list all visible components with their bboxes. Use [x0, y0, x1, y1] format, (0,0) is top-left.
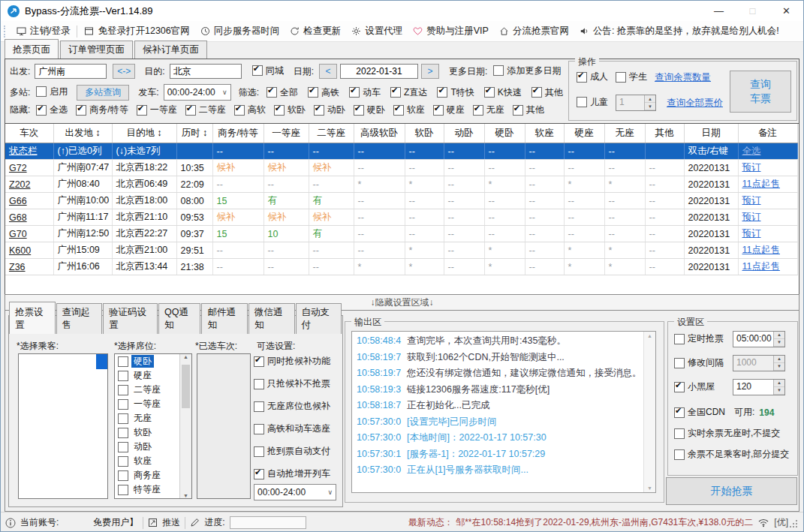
train-row[interactable]: G72广州南07:47北京西18:2210:35候补候补候补----------… [5, 160, 797, 176]
filter-checkbox-6[interactable]: 其他 [531, 86, 563, 99]
depart-time-select[interactable]: 00:00-24:00∨ [164, 84, 231, 101]
date-input[interactable] [340, 64, 418, 79]
hide-checkbox-2[interactable]: 一等座 [137, 104, 177, 116]
output-log[interactable]: 10:58:48:4查询完毕，本次查询共用时:435毫秒。10:58:19:7获… [351, 331, 656, 493]
grab-tab-0[interactable]: 抢票设置 [9, 302, 56, 334]
child-count-spinner[interactable]: 1▲▼ [616, 95, 656, 111]
output-scrollbar[interactable]: ▲ ▼ [643, 332, 655, 492]
toolbar-item-1[interactable]: 免登录打开12306官网 [84, 25, 189, 38]
close-button[interactable]: ✕ [769, 1, 803, 21]
hide-checkbox-0[interactable]: 全选 [36, 104, 68, 116]
passenger-scrollbar-thumb[interactable] [96, 354, 107, 369]
grab-tab-6[interactable]: 自动支付 [296, 303, 342, 334]
train-row[interactable]: Z36广州16:06北京西13:4421:38------**--*--**--… [5, 259, 797, 275]
swap-stations-button[interactable]: <-> [113, 64, 135, 79]
train-link[interactable]: G66 [9, 196, 27, 206]
toolbar-item-3[interactable]: 检查更新 [290, 25, 341, 38]
grab-tab-3[interactable]: QQ通知 [158, 303, 200, 334]
passenger-listbox[interactable] [18, 353, 108, 499]
train-row[interactable]: Z202广州08:40北京西06:4922:09------**--*--**-… [5, 176, 797, 193]
hide-checkbox-5[interactable]: 软卧 [274, 104, 306, 116]
child-checkbox[interactable]: 儿童 [577, 96, 608, 109]
filter-checkbox-3[interactable]: Z直达 [390, 86, 427, 99]
note-link[interactable]: 11点起售 [742, 245, 780, 255]
spin-up-icon[interactable]: ▲ [774, 380, 784, 387]
hide-checkbox-7[interactable]: 硬卧 [354, 104, 385, 116]
dest-input[interactable] [170, 64, 242, 79]
column-header-15[interactable]: 日期 [684, 124, 738, 143]
filter-checkbox-5[interactable]: K快速 [484, 86, 522, 99]
seat-option-6[interactable]: 动卧 [115, 440, 180, 454]
toolbar-item-5[interactable]: 赞助与注册VIP [413, 25, 489, 38]
page-tab-0[interactable]: 抢票页面 [5, 39, 59, 59]
column-header-16[interactable]: 备注 [738, 124, 797, 143]
hide-checkbox-9[interactable]: 硬座 [433, 104, 465, 116]
multi-station-query-button[interactable]: 多站查询 [77, 85, 129, 101]
multi-station-enable-checkbox[interactable]: 启用 [36, 86, 68, 98]
train-row[interactable]: G66广州南10:00北京西18:0008:0015有有------------… [5, 193, 797, 209]
column-header-2[interactable]: 目的地 ↕ [112, 124, 176, 143]
column-header-6[interactable]: 二等座 [309, 124, 354, 143]
column-header-8[interactable]: 软卧 [405, 124, 444, 143]
hide-checkbox-6[interactable]: 动卧 [314, 104, 345, 116]
train-row[interactable]: G70广州南12:50北京西22:2709:371510有-----------… [5, 226, 797, 242]
grab-tab-5[interactable]: 微信通知 [248, 303, 295, 334]
column-header-0[interactable]: 车次 [5, 124, 53, 143]
hide-checkbox-3[interactable]: 二等座 [185, 104, 226, 116]
maximize-button[interactable]: □ [736, 1, 769, 21]
grab-option-checkbox-4[interactable]: 抢到票自动支付 [254, 445, 330, 458]
toolbar-item-4[interactable]: 设置代理 [351, 25, 402, 38]
setting-checkbox-0[interactable]: 定时抢票 [674, 332, 724, 345]
column-header-4[interactable]: 商务/特等 [212, 124, 263, 143]
column-header-7[interactable]: 高级软卧 [354, 124, 405, 143]
spin-up-icon[interactable]: ▲ [645, 95, 655, 103]
scroll-up-icon[interactable]: ▲ [647, 333, 652, 338]
page-tab-1[interactable]: 订单管理页面 [60, 41, 133, 59]
train-link[interactable]: K600 [9, 245, 31, 256]
column-header-12[interactable]: 硬座 [564, 124, 604, 143]
grab-option-checkbox-3[interactable]: 高铁和动车选座 [254, 422, 330, 435]
toolbar-item-2[interactable]: 同步服务器时间 [200, 25, 280, 38]
selected-trains-box[interactable] [197, 353, 251, 499]
resize-grip[interactable] [796, 526, 797, 527]
minimize-button[interactable]: — [702, 1, 736, 21]
filter-checkbox-1[interactable]: 高铁 [308, 86, 339, 99]
adult-checkbox[interactable]: 成人 [577, 71, 608, 83]
grab-option-checkbox-5[interactable]: 自动抢增开列车 [254, 467, 330, 480]
note-link[interactable]: 全选 [742, 146, 761, 156]
seat-option-9[interactable]: 特等座 [115, 482, 180, 497]
spin-up-icon[interactable]: ▲ [774, 332, 784, 339]
scroll-down-icon[interactable]: ▼ [647, 485, 652, 491]
column-header-1[interactable]: 出发地 ↕ [53, 124, 112, 143]
setting-checkbox-3[interactable]: 全国CDN [674, 406, 725, 419]
setting-spinner-1[interactable]: 1000▲▼ [733, 355, 785, 371]
push-label[interactable]: 推送 [162, 516, 180, 529]
filter-checkbox-2[interactable]: 动车 [349, 86, 381, 99]
train-link[interactable]: Z202 [9, 179, 31, 190]
train-link[interactable]: G72 [9, 163, 27, 173]
grab-tab-2[interactable]: 验证码设置 [103, 303, 158, 334]
seat-option-5[interactable]: 软卧 [115, 425, 180, 440]
depart-input[interactable] [35, 64, 107, 79]
query-price-link[interactable]: 查询全部票价 [667, 97, 723, 110]
spin-down-icon[interactable]: ▼ [774, 387, 784, 395]
column-header-3[interactable]: 历时 ↕ [176, 124, 212, 143]
start-grab-button[interactable]: 开始抢票 [666, 477, 797, 505]
note-link[interactable]: 11点起售 [742, 179, 780, 189]
hide-checkbox-4[interactable]: 高软 [234, 104, 266, 116]
note-link[interactable]: 预订 [742, 228, 761, 239]
column-header-5[interactable]: 一等座 [263, 124, 309, 143]
note-link[interactable]: 11点起售 [742, 261, 780, 272]
train-link[interactable]: G70 [9, 229, 27, 239]
train-link[interactable]: G68 [9, 212, 27, 223]
seat-option-3[interactable]: 一等座 [115, 397, 180, 411]
add-more-dates-checkbox[interactable]: 添加更多日期 [493, 65, 561, 77]
hide-checkbox-11[interactable]: 其他 [513, 104, 544, 116]
setting-checkbox-4[interactable]: 实时余票无座时,不提交 [674, 427, 780, 440]
grab-time-range-select[interactable]: 00:00-24:00∨ [254, 484, 336, 500]
date-next-button[interactable]: > [421, 64, 439, 79]
filter-checkbox-0[interactable]: 全部 [266, 86, 298, 99]
seat-option-1[interactable]: 硬座 [115, 368, 180, 383]
spin-up-icon[interactable]: ▲ [774, 356, 784, 363]
column-header-11[interactable]: 软座 [525, 124, 564, 143]
